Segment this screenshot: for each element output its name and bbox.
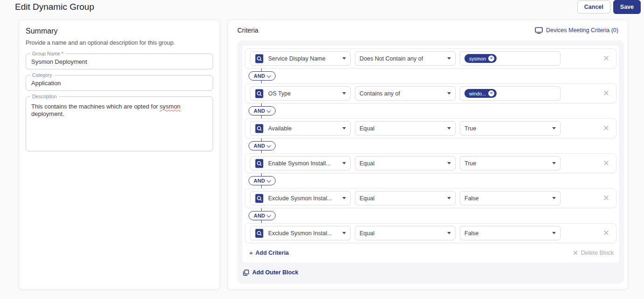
connector-line-bottom <box>261 81 262 83</box>
field-select-label: OS Type <box>268 90 291 97</box>
field-search-icon <box>255 194 264 203</box>
category-field[interactable]: Category Application <box>26 75 213 91</box>
chevron-down-icon <box>342 92 346 95</box>
criteria-row: Available Equal True ✕ <box>245 118 616 138</box>
criteria-title: Criteria <box>237 27 258 34</box>
operator-select[interactable]: Equal <box>355 121 456 136</box>
cancel-button[interactable]: Cancel <box>577 0 610 14</box>
remove-row-icon[interactable]: ✕ <box>601 54 611 62</box>
criteria-row: Enable Sysmon Install... Equal True ✕ <box>245 153 616 173</box>
and-pill[interactable]: AND <box>249 71 276 81</box>
chevron-down-icon <box>447 92 451 95</box>
remove-row-icon[interactable]: ✕ <box>601 89 611 97</box>
field-select-label: Available <box>268 125 292 132</box>
criteria-outer-block: Service Display Name Does Not Contain an… <box>237 41 624 284</box>
description-textarea[interactable]: This contains the machines which are opt… <box>31 103 208 118</box>
operator-select-label: Equal <box>360 125 374 132</box>
value-chip-label: windo... <box>469 91 486 96</box>
category-input[interactable]: Application <box>31 80 208 87</box>
and-pill[interactable]: AND <box>249 106 276 116</box>
group-name-input[interactable]: Sysmon Deployment <box>31 58 208 66</box>
chip-remove-icon[interactable]: ✕ <box>488 90 494 96</box>
and-connector: AND <box>249 173 616 188</box>
value-box[interactable]: sysmon ✕ <box>460 51 561 66</box>
criteria-rows: Service Display Name Does Not Contain an… <box>245 48 616 243</box>
description-misspelled-word: sysmon <box>159 103 180 110</box>
field-search-icon <box>255 89 264 98</box>
connector-line-bottom <box>261 220 262 223</box>
operator-select[interactable]: Does Not Contain any of <box>355 51 456 66</box>
chevron-down-icon <box>447 162 451 164</box>
chevron-down-icon <box>342 232 346 234</box>
chevron-down-icon <box>267 178 271 183</box>
monitor-icon <box>535 27 543 34</box>
delete-block-button[interactable]: ✕ Delete Block <box>573 249 614 257</box>
value-box[interactable]: True <box>460 121 561 136</box>
value-box[interactable]: False <box>460 226 561 240</box>
add-outer-block-button[interactable]: Add Outer Block <box>242 264 620 277</box>
field-select[interactable]: Service Display Name <box>250 51 351 66</box>
summary-subtitle: Provide a name and an optional descripti… <box>26 40 213 46</box>
field-select[interactable]: Available <box>250 121 351 136</box>
and-pill[interactable]: AND <box>249 211 276 220</box>
connector-line-bottom <box>261 116 262 118</box>
and-connector: AND <box>249 68 616 83</box>
group-name-field[interactable]: Group Name * Sysmon Deployment <box>26 54 213 69</box>
description-text-before: This contains the machines which are opt… <box>31 103 159 110</box>
criteria-block: Service Display Name Does Not Contain an… <box>242 45 620 264</box>
plus-icon: + <box>249 249 253 257</box>
criteria-row: Service Display Name Does Not Contain an… <box>245 48 616 68</box>
description-field[interactable]: Description This contains the machines w… <box>26 96 213 151</box>
field-select-label: Exclude Sysmon Instal... <box>268 230 332 237</box>
save-button[interactable]: Save <box>613 0 641 14</box>
and-pill[interactable]: AND <box>249 176 276 185</box>
close-icon: ✕ <box>573 249 578 257</box>
field-select[interactable]: Exclude Sysmon Instal... <box>250 191 351 205</box>
operator-select[interactable]: Equal <box>355 191 456 205</box>
value-chip: sysmon ✕ <box>464 54 497 63</box>
add-outer-block-icon <box>243 270 249 276</box>
chevron-down-icon <box>267 143 271 148</box>
chevron-down-icon <box>267 73 271 78</box>
operator-select[interactable]: Equal <box>355 156 456 170</box>
devices-meeting-criteria-link[interactable]: Devices Meeting Criteria (0) <box>535 27 618 34</box>
remove-row-icon[interactable]: ✕ <box>601 124 611 132</box>
operator-select-label: Equal <box>360 230 374 237</box>
field-select-label: Exclude Sysmon Instal... <box>268 195 332 202</box>
chip-remove-icon[interactable]: ✕ <box>488 55 494 61</box>
block-footer: + Add Criteria ✕ Delete Block <box>245 243 616 261</box>
criteria-row: OS Type Contains any of windo... ✕ ✕ <box>245 83 616 103</box>
connector-line-bottom <box>261 185 262 188</box>
chevron-down-icon <box>342 127 346 129</box>
and-pill[interactable]: AND <box>249 141 276 150</box>
value-box[interactable]: True <box>460 156 561 170</box>
field-select-label: Enable Sysmon Install... <box>268 160 331 167</box>
field-select[interactable]: Enable Sysmon Install... <box>250 156 351 170</box>
devices-meeting-criteria-label: Devices Meeting Criteria (0) <box>546 27 618 34</box>
chevron-down-icon <box>267 213 271 217</box>
chevron-down-icon <box>447 127 451 129</box>
criteria-panel: Criteria Devices Meeting Criteria (0) <box>228 20 628 290</box>
value-select-label: False <box>464 230 479 237</box>
chevron-down-icon <box>447 232 451 234</box>
criteria-row: Exclude Sysmon Instal... Equal False ✕ <box>245 188 616 208</box>
field-select[interactable]: Exclude Sysmon Instal... <box>250 226 351 240</box>
value-box[interactable]: False <box>460 191 561 205</box>
delete-block-label: Delete Block <box>581 250 614 256</box>
chevron-down-icon <box>552 232 556 234</box>
field-search-icon <box>255 54 264 63</box>
field-search-icon <box>255 159 264 168</box>
chevron-down-icon <box>552 127 556 129</box>
value-box[interactable]: windo... ✕ <box>460 86 561 101</box>
value-chip: windo... ✕ <box>464 89 497 98</box>
remove-row-icon[interactable]: ✕ <box>601 194 611 202</box>
and-connector-label: AND <box>254 178 265 183</box>
field-select[interactable]: OS Type <box>250 86 351 101</box>
remove-row-icon[interactable]: ✕ <box>601 229 611 237</box>
operator-select-label: Equal <box>360 195 374 202</box>
operator-select[interactable]: Contains any of <box>355 86 456 101</box>
add-criteria-button[interactable]: + Add Criteria <box>249 249 289 257</box>
operator-select-label: Equal <box>360 160 374 167</box>
remove-row-icon[interactable]: ✕ <box>601 159 611 167</box>
operator-select[interactable]: Equal <box>355 226 456 240</box>
